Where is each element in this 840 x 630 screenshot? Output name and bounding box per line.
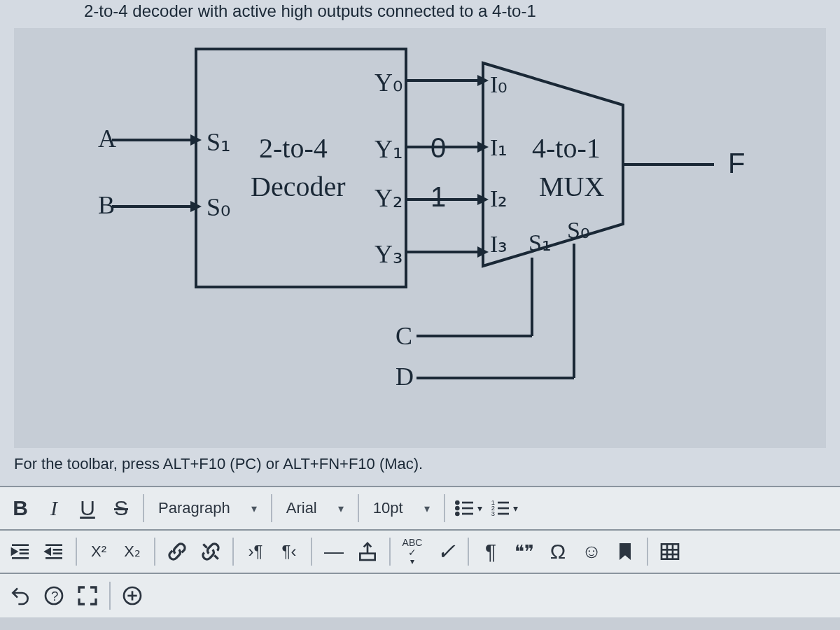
- svg-text:2-to-4: 2-to-4: [259, 132, 328, 164]
- editor-toolbar: B I U S Paragraph ▾ Arial ▾ 10pt ▾ ▾ 123…: [0, 486, 840, 617]
- svg-point-42: [456, 501, 458, 504]
- superscript-button[interactable]: X²: [83, 536, 115, 568]
- font-family-dropdown[interactable]: Arial ▾: [278, 492, 352, 524]
- svg-text:I₂: I₂: [490, 186, 507, 211]
- svg-point-43: [456, 507, 458, 510]
- underline-button[interactable]: U: [71, 492, 104, 524]
- svg-text:S₁: S₁: [528, 230, 552, 255]
- separator: [271, 494, 272, 522]
- unlink-icon: [200, 540, 222, 563]
- separator: [232, 538, 234, 566]
- indent-button[interactable]: [38, 536, 70, 568]
- font-family-label: Arial: [286, 499, 317, 517]
- paragraph-format-dropdown[interactable]: Paragraph ▾: [150, 492, 265, 524]
- svg-text:?: ?: [51, 589, 58, 603]
- add-button[interactable]: [116, 580, 148, 612]
- bookmark-icon: [614, 540, 636, 563]
- separator: [143, 494, 144, 522]
- svg-text:Y₁: Y₁: [374, 135, 402, 163]
- special-char-button[interactable]: Ω: [542, 536, 574, 568]
- fullscreen-button[interactable]: [71, 580, 104, 612]
- checkmark-icon: ✓: [437, 538, 456, 565]
- svg-text:1: 1: [430, 181, 446, 212]
- svg-text:I₀: I₀: [490, 71, 507, 97]
- outdent-icon: [9, 540, 31, 563]
- separator: [311, 538, 312, 566]
- chevron-down-icon: ▾: [251, 502, 257, 515]
- table-icon: [659, 540, 681, 563]
- svg-text:A: A: [98, 125, 116, 153]
- chevron-down-icon: ▾: [513, 503, 518, 514]
- svg-text:MUX: MUX: [539, 171, 604, 202]
- svg-text:C: C: [396, 322, 412, 350]
- svg-text:3: 3: [491, 510, 494, 517]
- svg-text:D: D: [396, 363, 414, 391]
- undo-icon: [9, 584, 31, 607]
- svg-text:4-to-1: 4-to-1: [532, 132, 601, 164]
- bullet-list-icon: [454, 497, 476, 519]
- svg-text:I₃: I₃: [490, 231, 507, 257]
- emoji-button[interactable]: ☺: [575, 536, 608, 568]
- circuit-diagram: A B S₁ S₀ 2-to-4 Decoder Y₀ Y₁ Y₂ Y₃ 0 1…: [14, 28, 826, 448]
- svg-rect-68: [662, 544, 678, 559]
- check-icon: ✓: [408, 547, 416, 557]
- font-size-dropdown[interactable]: 10pt ▾: [365, 492, 438, 524]
- toolbar-row-2: X² X₂ ›¶ ¶‹ — ABC ✓ ▾ ✓ ¶ ❝❞ Ω ☺: [0, 531, 840, 574]
- toolbar-row-3: ?: [0, 574, 840, 617]
- svg-point-44: [456, 512, 458, 515]
- blockquote-button[interactable]: ❝❞: [508, 536, 540, 568]
- table-button[interactable]: [654, 536, 686, 568]
- help-button[interactable]: ?: [38, 580, 70, 612]
- strikethrough-button[interactable]: S: [105, 492, 137, 524]
- expand-icon: [76, 584, 99, 607]
- horizontal-rule-button[interactable]: —: [318, 536, 350, 568]
- link-button[interactable]: [161, 536, 193, 568]
- upload-icon: [356, 540, 379, 563]
- show-blocks-button[interactable]: ¶: [475, 536, 507, 568]
- svg-rect-66: [360, 554, 374, 560]
- svg-text:B: B: [98, 191, 115, 219]
- bold-button[interactable]: B: [4, 492, 36, 524]
- italic-button[interactable]: I: [38, 492, 70, 524]
- font-size-label: 10pt: [373, 499, 403, 517]
- toolbar-row-1: B I U S Paragraph ▾ Arial ▾ 10pt ▾ ▾ 123…: [0, 487, 840, 531]
- insert-file-button[interactable]: [351, 536, 384, 568]
- svg-text:S₀: S₀: [567, 217, 590, 243]
- separator: [444, 494, 445, 522]
- paragraph-format-label: Paragraph: [158, 499, 230, 517]
- separator: [647, 538, 648, 566]
- unlink-button[interactable]: [195, 536, 227, 568]
- bullet-list-button[interactable]: ▾: [451, 492, 485, 524]
- numbered-list-button[interactable]: 123 ▾: [486, 492, 521, 524]
- subscript-button[interactable]: X₂: [116, 536, 148, 568]
- spellcheck-button[interactable]: ABC ✓ ▾: [396, 536, 428, 568]
- svg-text:Y₂: Y₂: [374, 184, 402, 212]
- svg-text:I₁: I₁: [490, 134, 507, 160]
- separator: [358, 494, 359, 522]
- diagram-svg: A B S₁ S₀ 2-to-4 Decoder Y₀ Y₁ Y₂ Y₃ 0 1…: [70, 28, 770, 420]
- rtl-button[interactable]: ¶‹: [273, 536, 305, 568]
- help-icon: ?: [43, 584, 65, 607]
- separator: [76, 538, 77, 566]
- separator: [154, 538, 155, 566]
- question-text: 2-to-4 decoder with active high outputs …: [14, 0, 826, 28]
- chevron-down-icon: ▾: [338, 502, 344, 515]
- outdent-button[interactable]: [4, 536, 36, 568]
- numbered-list-icon: 123: [489, 497, 512, 519]
- svg-marker-58: [12, 549, 17, 554]
- chevron-down-icon: ▾: [410, 557, 414, 566]
- svg-text:Y₀: Y₀: [374, 69, 402, 97]
- link-icon: [166, 540, 188, 563]
- accept-button[interactable]: ✓: [430, 536, 462, 568]
- separator: [468, 538, 469, 566]
- svg-text:F: F: [728, 148, 745, 178]
- svg-text:Y₃: Y₃: [374, 240, 402, 268]
- svg-text:0: 0: [430, 132, 446, 163]
- svg-text:S₀: S₀: [206, 193, 230, 221]
- plus-circle-icon: [121, 584, 144, 607]
- separator: [109, 582, 111, 610]
- undo-button[interactable]: [4, 580, 36, 612]
- svg-text:S₁: S₁: [206, 128, 230, 156]
- ltr-button[interactable]: ›¶: [239, 536, 272, 568]
- anchor-button[interactable]: [609, 536, 641, 568]
